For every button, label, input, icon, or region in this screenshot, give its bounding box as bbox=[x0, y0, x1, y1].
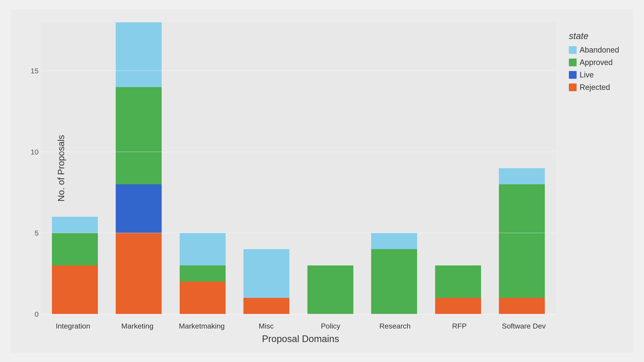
legend-label: Abandoned bbox=[580, 45, 619, 54]
legend: state Abandoned Approved Live Rejected bbox=[560, 18, 625, 344]
bar-segment-abandoned bbox=[499, 168, 545, 185]
legend-swatch bbox=[569, 46, 576, 54]
x-category-label: Policy bbox=[298, 322, 363, 330]
bar-group bbox=[235, 22, 298, 314]
legend-title: state bbox=[569, 31, 588, 41]
bar-segment-rejected bbox=[499, 298, 545, 314]
x-category-label: RFP bbox=[427, 322, 492, 330]
legend-label: Approved bbox=[580, 58, 613, 67]
chart-area: No. of Proposals IntegrationMarketingMar… bbox=[19, 18, 560, 344]
y-tick-label: 10 bbox=[30, 148, 41, 156]
grid-line bbox=[41, 152, 556, 152]
bar-group bbox=[490, 22, 554, 314]
bar-segment-approved bbox=[180, 265, 226, 282]
x-category-label: Marketing bbox=[105, 322, 170, 330]
bar-segment-rejected bbox=[180, 282, 226, 314]
bar-segment-rejected bbox=[435, 298, 481, 314]
x-category-label: Integration bbox=[41, 322, 105, 330]
bar-group bbox=[362, 22, 426, 314]
y-tick-label: 5 bbox=[34, 229, 41, 237]
bar-segment-approved bbox=[435, 265, 481, 298]
legend-item: Approved bbox=[569, 58, 619, 67]
bar-segment-live bbox=[116, 184, 162, 233]
legend-label: Rejected bbox=[580, 83, 610, 92]
bar-group bbox=[426, 22, 490, 314]
bars-container bbox=[41, 22, 556, 314]
y-tick-label: 15 bbox=[30, 67, 41, 75]
chart-container: No. of Proposals IntegrationMarketingMar… bbox=[11, 9, 633, 353]
x-axis-label: Proposal Domains bbox=[41, 334, 560, 344]
bar-segment-abandoned bbox=[244, 249, 289, 298]
x-category-label: Marketmaking bbox=[170, 322, 234, 330]
bar-segment-abandoned bbox=[116, 22, 162, 87]
legend-swatch bbox=[569, 83, 576, 91]
bar-group bbox=[107, 22, 171, 314]
y-tick-label: 0 bbox=[34, 310, 41, 318]
grid-line bbox=[41, 233, 556, 233]
bar-segment-approved bbox=[116, 87, 162, 184]
bar-segment-rejected bbox=[244, 298, 289, 314]
x-category-label: Misc bbox=[234, 322, 298, 330]
bar-segment-abandoned bbox=[371, 233, 417, 249]
bar-group bbox=[298, 22, 362, 314]
legend-label: Live bbox=[580, 70, 594, 79]
legend-item: Live bbox=[569, 70, 619, 79]
legend-swatch bbox=[569, 58, 576, 66]
legend-items: Abandoned Approved Live Rejected bbox=[569, 45, 619, 95]
bar-segment-approved bbox=[499, 184, 545, 298]
bar-group bbox=[171, 22, 235, 314]
x-category-label: Research bbox=[363, 322, 427, 330]
bar-segment-abandoned bbox=[52, 217, 98, 233]
bar-segment-approved bbox=[308, 265, 353, 314]
x-labels-container: IntegrationMarketingMarketmakingMiscPoli… bbox=[41, 322, 556, 330]
bar-segment-approved bbox=[52, 233, 98, 265]
legend-item: Rejected bbox=[569, 83, 619, 92]
bar-segment-rejected bbox=[52, 265, 98, 314]
bar-group bbox=[43, 22, 107, 314]
plot-area: No. of Proposals IntegrationMarketingMar… bbox=[41, 22, 556, 314]
bar-segment-rejected bbox=[116, 233, 162, 314]
legend-item: Abandoned bbox=[569, 45, 619, 54]
legend-swatch bbox=[569, 71, 576, 79]
x-category-label: Software Dev bbox=[492, 322, 556, 330]
bar-segment-approved bbox=[371, 249, 417, 314]
bar-segment-abandoned bbox=[180, 233, 226, 265]
